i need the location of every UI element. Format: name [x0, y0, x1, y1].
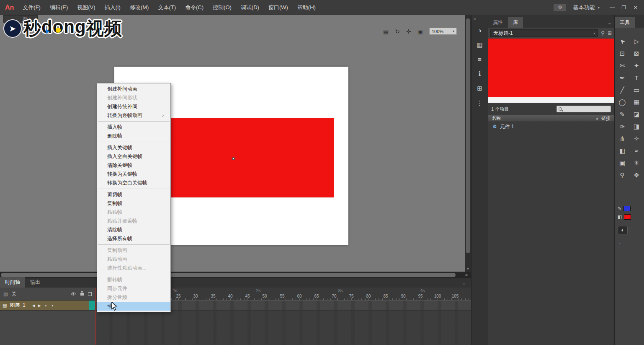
magic-wand-tool[interactable]: ✦: [629, 60, 644, 72]
context-menu-item[interactable]: ›: [98, 189, 170, 189]
lasso-tool[interactable]: ✄: [615, 60, 629, 72]
workspace-switcher-icon[interactable]: ⚙: [554, 4, 566, 11]
context-menu-item[interactable]: 剪切帧 ›: [97, 190, 170, 199]
context-menu-item[interactable]: 转换为关键帧 ›: [97, 170, 170, 179]
text-tool[interactable]: T: [629, 72, 644, 84]
oval-tool[interactable]: ◯: [615, 96, 629, 108]
camera-tool[interactable]: ▣: [615, 157, 629, 169]
menu-item[interactable]: 视图(V): [72, 0, 100, 15]
asset-warp-tool[interactable]: ✳: [629, 157, 644, 169]
pin-library-icon[interactable]: ⚲: [601, 30, 605, 36]
context-menu-item[interactable]: ›: [98, 274, 170, 274]
previous-frame-icon[interactable]: ◀: [32, 303, 35, 308]
rectangle-tool[interactable]: ▭: [629, 84, 644, 96]
menu-item[interactable]: 编辑(E): [45, 0, 72, 15]
context-menu-item[interactable]: 复制帧 ›: [97, 199, 170, 208]
sort-ascending-icon[interactable]: ▲: [595, 117, 599, 120]
brush-tool[interactable]: ✑: [615, 120, 629, 132]
menu-item[interactable]: 命令(C): [180, 0, 208, 15]
zoom-tool[interactable]: ⚲: [615, 169, 629, 181]
context-menu-item[interactable]: 转换为逐帧动画 ›: [97, 111, 170, 120]
transformation-point[interactable]: [232, 157, 235, 160]
menu-item[interactable]: 插入(I): [100, 0, 125, 15]
timeline-tab[interactable]: 输出: [25, 277, 45, 288]
pencil-tool[interactable]: ✎: [615, 108, 629, 120]
library-item[interactable]: ⚙ 元件 1: [488, 122, 614, 131]
playhead[interactable]: [95, 288, 96, 345]
fill-color-swatch[interactable]: [624, 214, 631, 220]
selected-frame-cell[interactable]: [89, 301, 95, 310]
mini-panel-tab[interactable]: 动: [3, 15, 38, 23]
panel-menu-icon[interactable]: ≡: [463, 281, 465, 288]
window-button[interactable]: ✕: [630, 5, 641, 10]
context-menu-item[interactable]: 翻转帧 ›: [97, 275, 170, 284]
menu-item[interactable]: 修改(M): [125, 0, 154, 15]
column-name[interactable]: 名称: [492, 115, 501, 122]
menu-item[interactable]: 窗口(W): [264, 0, 293, 15]
stage-horizontal-scrollbar[interactable]: ≡: [0, 272, 471, 278]
context-menu-item[interactable]: 同步元件 ›: [97, 284, 170, 293]
eraser-tool[interactable]: ◪: [629, 108, 644, 120]
next-frame-icon[interactable]: ▶: [38, 303, 41, 308]
new-library-panel-icon[interactable]: ⊞: [608, 30, 612, 36]
tools-tab[interactable]: 工具: [615, 17, 635, 28]
lock-all-layers-icon[interactable]: [80, 290, 84, 298]
context-menu-item[interactable]: 清除关键帧 ›: [97, 161, 170, 170]
outline-all-layers-icon[interactable]: [88, 292, 92, 296]
paint-bucket-tool[interactable]: ◧: [615, 145, 629, 157]
stage[interactable]: ▤↻✛▣ 100% ▾ ▾: [0, 15, 471, 272]
layer-visibility-dot[interactable]: •: [45, 303, 47, 308]
scrollbar-thumb[interactable]: [1, 273, 456, 277]
pen-tool[interactable]: ✒: [615, 72, 629, 84]
library-document-select[interactable]: 无标题-1 ▾: [490, 29, 598, 37]
default-colors-button[interactable]: ◐: [618, 226, 628, 234]
context-menu-item[interactable]: 清除帧 ›: [97, 226, 170, 234]
color-panel-icon[interactable]: ◑: [478, 27, 482, 34]
library-search-box[interactable]: [556, 106, 611, 112]
search-input[interactable]: [564, 106, 609, 112]
context-menu-item[interactable]: 选择性粘贴动画... ›: [97, 264, 170, 272]
stroke-color-swatch[interactable]: [623, 206, 631, 211]
timeline-tab[interactable]: 时间轴: [0, 277, 25, 288]
swatches-panel-icon[interactable]: ▦: [477, 41, 482, 49]
context-menu-item[interactable]: ›: [98, 142, 170, 142]
panel-tab[interactable]: 属性: [488, 17, 508, 28]
scrollbar-thumb[interactable]: [466, 18, 470, 253]
context-menu-item[interactable]: ›: [98, 244, 170, 245]
crosshair-icon[interactable]: ✛: [406, 28, 411, 35]
context-menu-item[interactable]: 插入关键帧 ›: [97, 143, 170, 152]
column-link[interactable]: 链接: [601, 115, 611, 122]
context-menu-item[interactable]: 插入帧 ›: [97, 123, 170, 132]
clip-content-icon[interactable]: ▣: [417, 28, 423, 35]
primitive-rectangle-tool[interactable]: ▦: [629, 96, 644, 108]
eyedropper-tool[interactable]: ✧: [629, 132, 644, 145]
menu-item[interactable]: 调试(D): [236, 0, 264, 15]
width-tool[interactable]: ≈: [629, 145, 644, 157]
context-menu-item[interactable]: 粘贴并覆盖帧 ›: [97, 217, 170, 226]
context-menu-item[interactable]: 转换为空白关键帧 ›: [97, 179, 170, 187]
red-rectangle[interactable]: [167, 118, 334, 197]
layer-lock-dot[interactable]: •: [52, 303, 53, 308]
context-menu-item[interactable]: 选择所有帧 ›: [97, 234, 170, 243]
panel-menu-icon[interactable]: ≡: [465, 272, 468, 277]
layer-row[interactable]: ▤ 图层_1 ◀ ▶ • •: [0, 301, 95, 311]
expand-panels-icon[interactable]: «: [474, 17, 476, 21]
context-menu-item[interactable]: 粘贴动画 ›: [97, 255, 170, 264]
menu-item[interactable]: 文本(T): [153, 0, 180, 15]
bone-tool[interactable]: ⋔: [615, 132, 629, 145]
more-panels-icon[interactable]: ⋮: [477, 99, 483, 107]
menu-item[interactable]: 文件(F): [18, 0, 45, 15]
context-menu-item[interactable]: 拆分音频 ›: [97, 293, 170, 302]
subselection-tool[interactable]: ▷: [629, 35, 644, 47]
info-panel-icon[interactable]: ℹ: [479, 70, 481, 78]
menu-item[interactable]: 帮助(H): [293, 0, 320, 15]
free-transform-tool[interactable]: ⊡: [615, 47, 629, 60]
ink-bottle-tool[interactable]: ◨: [629, 120, 644, 132]
window-button[interactable]: —: [606, 5, 618, 10]
stage-vertical-scrollbar[interactable]: ▾: [465, 15, 471, 272]
context-menu-item[interactable]: 创建传统补间 ›: [97, 102, 170, 111]
context-menu-item[interactable]: ›: [98, 121, 170, 122]
transform-panel-icon[interactable]: ⊞: [477, 85, 482, 92]
selection-tool[interactable]: ➤: [615, 35, 629, 47]
workspace-selector[interactable]: 基本功能 ▾: [573, 4, 600, 11]
